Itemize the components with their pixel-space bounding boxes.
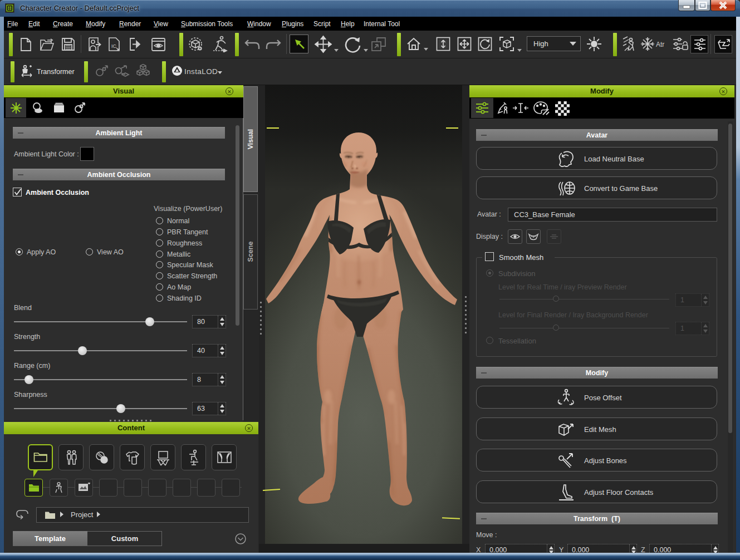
svg-text:Atr: Atr <box>656 41 664 48</box>
svg-text:IC: IC <box>111 43 117 49</box>
